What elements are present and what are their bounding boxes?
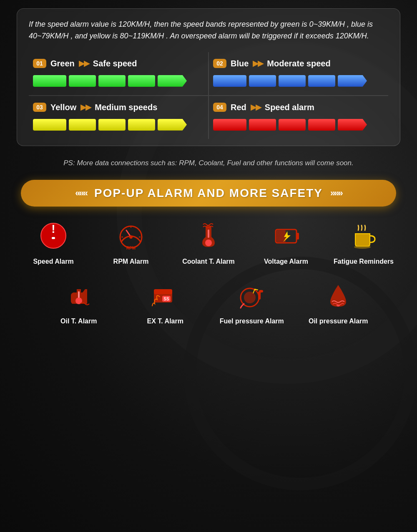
band-green: 01 Green ▶▶ Safe speed [29,52,208,96]
band-arrow-03: ▶▶ [80,103,90,112]
svg-point-15 [354,245,371,249]
alarm-icons-row2: Oil T. Alarm SS EX T. Alarm [17,275,400,330]
alarm-item-voltage: Voltage Alarm [249,219,323,266]
svg-text:!: ! [51,222,55,235]
voltage-alarm-icon [269,219,303,252]
band-number-01: 01 [33,59,46,68]
blue-bar-4 [308,75,335,87]
speed-bands-grid: 01 Green ▶▶ Safe speed 02 Blue [29,52,388,139]
green-bar-3 [98,75,126,87]
svg-rect-17 [78,291,80,298]
band-number-03: 03 [33,103,46,112]
yellow-bar-3 [98,119,126,131]
band-yellow: 03 Yellow ▶▶ Medium speeds [29,96,208,139]
red-bar-2 [249,119,276,131]
svg-rect-13 [296,233,299,240]
coolant-alarm-label: Coolant T. Alarm [182,257,235,266]
svg-text:SS: SS [164,297,170,301]
alarm-item-oil-pressure: Oil pressure Alarm [297,279,380,326]
green-bar-4 [128,75,155,87]
yellow-bar-5 [158,119,187,131]
red-bar-3 [279,119,306,131]
voltage-alarm-label: Voltage Alarm [264,257,308,266]
band-desc-03: Medium speeds [95,103,157,112]
banner-arrows-right: »»» [330,188,342,199]
yellow-bar-1 [33,119,66,131]
rpm-alarm-icon: RPM [114,219,148,252]
speed-bars-yellow [33,119,200,131]
blue-bar-5 [338,75,367,87]
band-number-04: 04 [213,103,226,112]
alarm-item-fatigue: Fatigue Reminders [327,219,400,266]
rpm-alarm-label: RPM Alarm [113,257,149,266]
band-color-yellow: Yellow [50,103,76,112]
speed-bars-red [213,119,380,131]
svg-point-10 [205,240,212,246]
alarm-item-fuel-pressure: Fuel pressure Alarm [211,279,293,326]
band-arrow-04: ▶▶ [251,103,261,112]
band-color-red: Red [231,103,246,112]
svg-rect-19 [154,289,172,294]
alarm-item-rpm: RPM RPM Alarm [94,219,168,266]
band-number-02: 02 [213,59,226,68]
alarm-icons-row1: ! Speed Alarm RPM [17,215,400,266]
band-desc-01: Safe speed [93,59,137,68]
coolant-alarm-icon [192,219,225,252]
ps-note: PS: More data connections such as: RPM, … [47,154,370,172]
svg-rect-11 [208,229,209,238]
band-arrow-01: ▶▶ [79,59,89,68]
banner-arrows-left: ««« [75,188,87,199]
speed-bars-blue [213,75,380,87]
red-bar-4 [308,119,335,131]
red-bar-1 [213,119,246,131]
band-desc-04: Speed alarm [265,103,314,112]
alarm-item-coolant: Coolant T. Alarm [172,219,245,266]
blue-bar-2 [249,75,276,87]
fatigue-reminders-icon [347,219,380,252]
popup-alarm-banner: ««« POP-UP ALARM AND MORE SAFETY »»» [21,180,396,207]
speed-info-text: If the speed alarm value is 120KM/H, the… [29,19,388,42]
band-color-green: Green [50,59,75,68]
yellow-bar-2 [69,119,96,131]
svg-point-5 [129,235,133,239]
blue-bar-3 [279,75,306,87]
fatigue-reminders-label: Fatigue Reminders [334,257,394,266]
alarm-item-oil-t: Oil T. Alarm [38,279,120,326]
alarm-item-speed: ! Speed Alarm [17,219,90,266]
fuel-pressure-alarm-label: Fuel pressure Alarm [220,317,284,326]
svg-rect-2 [52,237,55,239]
green-bar-1 [33,75,66,87]
speed-bars-green [33,75,200,87]
svg-point-23 [244,292,256,303]
band-color-blue: Blue [231,59,249,68]
fuel-pressure-alarm-icon [235,279,269,312]
ext-alarm-icon: SS [148,279,182,312]
speed-info-card: If the speed alarm value is 120KM/H, the… [17,8,400,146]
green-bar-2 [69,75,96,87]
svg-text:RPM: RPM [126,246,136,250]
alarm-item-ext: SS EX T. Alarm [124,279,207,326]
oil-pressure-alarm-icon [322,279,355,312]
blue-bar-1 [213,75,246,87]
oil-t-alarm-icon [62,279,95,312]
band-blue: 02 Blue ▶▶ Moderate speed [208,52,388,96]
green-bar-5 [158,75,187,87]
band-arrow-02: ▶▶ [253,59,263,68]
speed-alarm-label: Speed Alarm [33,257,73,266]
oil-pressure-alarm-label: Oil pressure Alarm [309,317,368,326]
speed-alarm-icon: ! [37,219,70,252]
svg-rect-14 [276,230,286,242]
oil-t-alarm-label: Oil T. Alarm [60,317,97,326]
banner-title: POP-UP ALARM AND MORE SAFETY [94,187,323,200]
yellow-bar-4 [128,119,155,131]
ext-alarm-label: EX T. Alarm [147,317,183,326]
band-desc-02: Moderate speed [267,59,330,68]
red-bar-5 [338,119,367,131]
svg-rect-25 [258,291,261,300]
band-red: 04 Red ▶▶ Speed alarm [208,96,388,139]
